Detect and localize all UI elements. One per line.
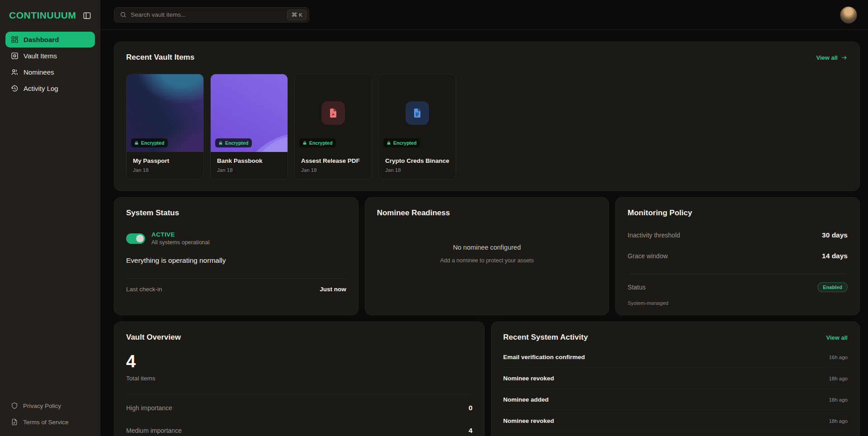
vault-item-date: Jan 18	[385, 167, 449, 173]
importance-row: Medium importance 4	[126, 421, 472, 436]
terms-of-service-link[interactable]: Terms of Service	[5, 414, 95, 430]
vault-item-thumbnail: Encrypted	[295, 74, 372, 152]
last-checkin-value: Just now	[320, 286, 346, 293]
activity-label: Nominee revoked	[503, 375, 554, 382]
view-all-label: View all	[816, 54, 838, 61]
document-icon	[11, 418, 18, 426]
sidebar-item-activity-log[interactable]: Activity Log	[5, 81, 95, 96]
system-status-card: System Status ACTIVE All systems operati…	[114, 197, 359, 315]
panel-toggle-icon	[83, 11, 91, 20]
sidebar-item-label: Dashboard	[24, 36, 59, 43]
search-input[interactable]	[131, 11, 283, 18]
activity-label: Nominee revoked	[503, 417, 554, 424]
sidebar: CONTINUUUM Dashboard Vault Items	[0, 0, 100, 436]
footer-link-label: Terms of Service	[23, 419, 69, 426]
encrypted-badge: Encrypted	[215, 138, 252, 147]
section-title: Vault Overview	[126, 333, 472, 342]
activity-list: Email verification confirmed 16h ago Nom…	[503, 346, 848, 436]
encrypted-label: Encrypted	[393, 140, 416, 146]
policy-row-value: 14 days	[822, 252, 848, 260]
lock-icon	[218, 141, 223, 145]
total-items-label: Total items	[126, 375, 472, 382]
recent-activity-card: Recent System Activity View all Email ve…	[491, 322, 860, 436]
vault-view-all-link[interactable]: View all	[816, 54, 848, 61]
vault-overview-card: Vault Overview 4 Total items High import…	[114, 322, 485, 436]
vault-item-card[interactable]: Encrypted My Passport Jan 18	[126, 74, 204, 180]
activity-time: 18h ago	[829, 376, 848, 381]
monitoring-policy-card: Monitoring Policy Inactivity threshold 3…	[615, 197, 860, 315]
managed-note: System-managed	[627, 300, 848, 306]
status-state-label: ACTIVE	[151, 231, 210, 238]
importance-value: 4	[468, 427, 472, 435]
activity-row: Nominee revoked 18h ago	[503, 368, 848, 389]
vault-icon	[11, 52, 19, 60]
recent-vault-items-card: Recent Vault Items View all	[114, 42, 860, 191]
sidebar-item-label: Nominees	[24, 68, 54, 76]
vault-item-title: Crypto Creds Binance	[385, 157, 449, 164]
sidebar-item-nominees[interactable]: Nominees	[5, 64, 95, 80]
sidebar-item-vault-items[interactable]: Vault Items	[5, 48, 95, 64]
encrypted-badge: Encrypted	[131, 138, 168, 147]
dashboard-content: Recent Vault Items View all	[100, 30, 868, 436]
user-avatar[interactable]	[840, 6, 857, 24]
total-items-value: 4	[126, 352, 472, 371]
search-icon	[120, 11, 127, 18]
sidebar-item-label: Activity Log	[24, 85, 58, 92]
section-title: Monitoring Policy	[627, 209, 848, 218]
importance-label: Medium importance	[126, 427, 182, 434]
vault-item-card[interactable]: Encrypted Bank Passbook Jan 18	[210, 74, 288, 180]
shield-icon	[11, 402, 18, 409]
activity-view-all-link[interactable]: View all	[826, 334, 848, 341]
section-title: Recent Vault Items	[126, 53, 194, 62]
view-all-label: View all	[826, 334, 848, 341]
system-status-toggle[interactable]	[126, 233, 145, 244]
sidebar-header: CONTINUUUM	[0, 0, 100, 30]
policy-status-label: Status	[627, 284, 646, 291]
app-logo: CONTINUUUM	[9, 10, 76, 21]
app-root: CONTINUUUM Dashboard Vault Items	[0, 0, 868, 436]
policy-row-value: 30 days	[822, 231, 848, 239]
activity-label: Nominee added	[503, 396, 549, 403]
activity-time: 18h ago	[829, 397, 848, 403]
activity-time: 18h ago	[829, 418, 848, 424]
importance-label: High importance	[126, 404, 172, 412]
activity-row: Nominee added 18h ago	[503, 389, 848, 410]
toggle-knob	[136, 235, 144, 242]
vault-item-date: Jan 18	[301, 167, 365, 173]
footer-link-label: Privacy Policy	[23, 403, 61, 409]
section-title: Recent System Activity	[503, 333, 588, 342]
vault-item-card[interactable]: Encrypted Assest Release PDF Jan 18	[294, 74, 372, 180]
doc-file-icon	[406, 101, 429, 125]
activity-time: 16h ago	[829, 355, 848, 360]
status-badge: Enabled	[817, 282, 848, 292]
pdf-file-icon	[321, 101, 345, 125]
vault-item-date: Jan 18	[133, 167, 197, 173]
vault-item-date: Jan 18	[217, 167, 281, 173]
encrypted-label: Encrypted	[225, 140, 248, 146]
lock-icon	[387, 141, 391, 145]
sidebar-collapse-button[interactable]	[83, 11, 91, 20]
privacy-policy-link[interactable]: Privacy Policy	[5, 398, 95, 413]
policy-row-label: Inactivity threshold	[627, 232, 680, 239]
importance-row: High importance 0	[126, 398, 472, 417]
dashboard-grid-icon	[11, 36, 19, 43]
empty-state-caption: Add a nominee to protect your assets	[377, 257, 597, 264]
empty-state-title: No nominee configured	[377, 244, 597, 251]
sidebar-nav: Dashboard Vault Items Nominees Activity …	[0, 30, 100, 98]
vault-item-card[interactable]: Encrypted Crypto Creds Binance Jan 18	[378, 74, 456, 180]
command-key-icon: ⌘	[291, 11, 297, 18]
people-icon	[11, 68, 19, 76]
section-title: Nominee Readiness	[377, 209, 597, 218]
status-message: Everything is operating normally	[126, 256, 346, 265]
policy-row-label: Grace window	[627, 252, 668, 260]
activity-row: Nominee revoked 18h ago	[503, 410, 848, 431]
status-cards-row: System Status ACTIVE All systems operati…	[114, 197, 860, 315]
overview-activity-row: Vault Overview 4 Total items High import…	[114, 322, 860, 436]
search-bar[interactable]: ⌘ K	[114, 7, 309, 23]
encrypted-badge: Encrypted	[383, 138, 420, 147]
sidebar-item-dashboard[interactable]: Dashboard	[5, 32, 95, 47]
lock-icon	[302, 141, 307, 145]
encrypted-label: Encrypted	[141, 140, 164, 146]
nominee-empty-state: No nominee configured Add a nominee to p…	[377, 244, 597, 264]
encrypted-label: Encrypted	[309, 140, 332, 146]
